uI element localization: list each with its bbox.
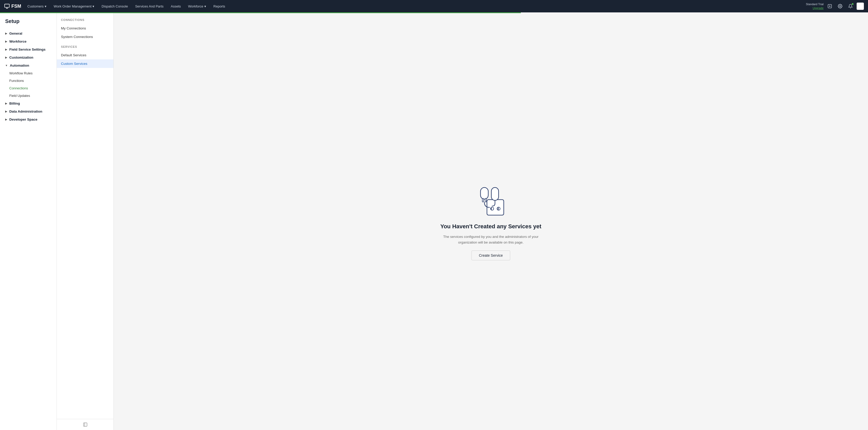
sec-my-connections[interactable]: My Connections <box>57 24 114 33</box>
notifications-icon-btn[interactable] <box>846 2 855 10</box>
sec-custom-services[interactable]: Custom Services <box>57 59 114 68</box>
nav-services-and-parts[interactable]: Services And Parts <box>132 0 167 12</box>
nav-right: Standard Trial Upgrade <box>806 2 864 10</box>
svg-rect-9 <box>480 188 488 199</box>
svg-rect-3 <box>84 423 87 426</box>
sidebar: Setup ▶ General ▶ Workforce ▶ Field Serv… <box>0 13 57 430</box>
trial-badge: Standard Trial Upgrade <box>806 2 824 10</box>
empty-state-illustration <box>473 183 509 219</box>
chevron-right-icon: ▶ <box>5 110 7 113</box>
notification-dot <box>852 3 854 5</box>
sidebar-title: Setup <box>0 18 57 29</box>
settings-icon-btn[interactable] <box>836 2 844 10</box>
sidebar-sub-connections[interactable]: Connections <box>0 85 57 92</box>
upgrade-link[interactable]: Upgrade <box>806 6 824 10</box>
chevron-right-icon: ▶ <box>5 118 7 121</box>
sidebar-sub-field-updates[interactable]: Field Updates <box>0 92 57 99</box>
svg-rect-11 <box>485 198 487 202</box>
chevron-down-icon: ▾ <box>92 4 94 8</box>
section-connections: CONNECTIONS My Connections System Connec… <box>57 18 114 41</box>
sidebar-item-automation[interactable]: ▼ Automation <box>0 62 57 69</box>
main-content: You Haven't Created any Services yet The… <box>114 13 868 430</box>
nav-work-order-management[interactable]: Work Order Management ▾ <box>51 0 97 12</box>
add-icon-btn[interactable] <box>826 2 834 10</box>
chevron-down-icon: ▾ <box>45 4 46 8</box>
sidebar-item-field-service-settings[interactable]: ▶ Field Service Settings <box>0 45 57 54</box>
sidebar-item-billing[interactable]: ▶ Billing <box>0 99 57 107</box>
empty-state-title: You Haven't Created any Services yet <box>440 223 541 230</box>
sidebar-item-general[interactable]: ▶ General <box>0 29 57 37</box>
sidebar-item-data-administration[interactable]: ▶ Data Administration <box>0 107 57 115</box>
empty-state: You Haven't Created any Services yet The… <box>437 183 545 260</box>
nav-workforce[interactable]: Workforce ▾ <box>185 0 209 12</box>
nav-dispatch-console[interactable]: Dispatch Console <box>98 0 131 12</box>
avatar[interactable] <box>857 3 864 10</box>
nav-customers[interactable]: Customers ▾ <box>24 0 50 12</box>
chevron-right-icon: ▶ <box>5 102 7 105</box>
section-services-label: SERVICES <box>57 45 114 51</box>
svg-rect-0 <box>5 4 9 7</box>
sidebar-sub-functions[interactable]: Functions <box>0 77 57 85</box>
sidebar-item-customization[interactable]: ▶ Customization <box>0 54 57 62</box>
collapse-icon-btn[interactable] <box>57 419 114 430</box>
chevron-right-icon: ▶ <box>5 56 7 59</box>
sidebar-item-workforce[interactable]: ▶ Workforce <box>0 37 57 45</box>
svg-rect-12 <box>491 188 499 200</box>
svg-rect-7 <box>491 207 492 210</box>
create-service-button[interactable]: Create Service <box>471 251 510 260</box>
svg-point-2 <box>840 6 841 7</box>
logo[interactable]: FSM <box>4 3 21 9</box>
sidebar-sub-workflow-rules[interactable]: Workflow Rules <box>0 69 57 77</box>
chevron-down-icon: ▼ <box>5 64 8 67</box>
sec-default-services[interactable]: Default Services <box>57 51 114 59</box>
section-services: SERVICES Default Services Custom Service… <box>57 45 114 68</box>
chevron-down-icon: ▾ <box>204 4 206 8</box>
svg-rect-8 <box>498 207 499 210</box>
empty-state-description: The services configured by you and the a… <box>437 234 545 245</box>
svg-rect-10 <box>482 198 484 202</box>
sec-system-connections[interactable]: System Connections <box>57 33 114 41</box>
section-connections-label: CONNECTIONS <box>57 18 114 24</box>
chevron-right-icon: ▶ <box>5 48 7 51</box>
nav-reports[interactable]: Reports <box>210 0 228 12</box>
chevron-right-icon: ▶ <box>5 40 7 43</box>
chevron-right-icon: ▶ <box>5 32 7 35</box>
secondary-sidebar: CONNECTIONS My Connections System Connec… <box>57 13 114 430</box>
nav-assets[interactable]: Assets <box>168 0 184 12</box>
layout: Setup ▶ General ▶ Workforce ▶ Field Serv… <box>0 13 868 430</box>
topnav: FSM Customers ▾ Work Order Management ▾ … <box>0 0 868 12</box>
sidebar-item-developer-space[interactable]: ▶ Developer Space <box>0 115 57 124</box>
